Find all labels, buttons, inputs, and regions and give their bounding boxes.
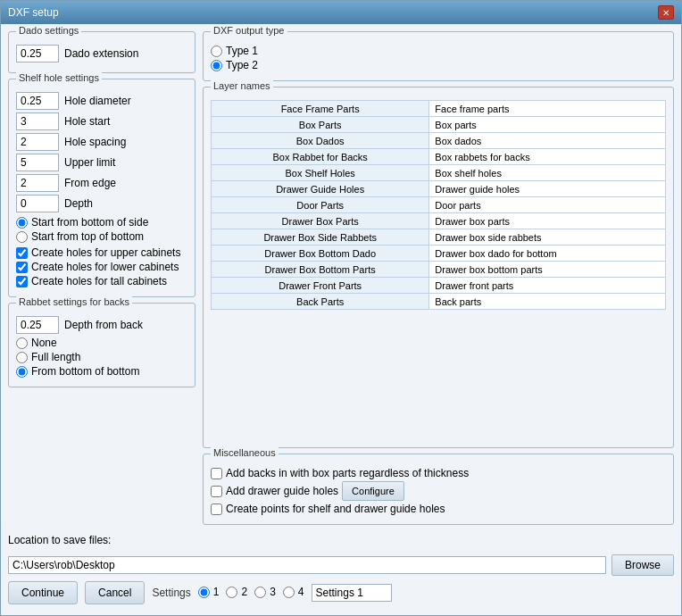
tall-cabinet-label: Create holes for tall cabinets (31, 275, 167, 287)
configure-button[interactable]: Configure (342, 481, 404, 501)
cancel-button[interactable]: Cancel (85, 581, 145, 604)
layer-value[interactable]: Box parts (429, 117, 666, 133)
diameter-label: Hole diameter (64, 95, 131, 107)
layer-value[interactable]: Drawer box side rabbets (429, 229, 666, 246)
rabbet-bottom-radio[interactable] (16, 366, 28, 378)
layer-value[interactable]: Drawer box parts (429, 213, 666, 229)
upper-limit-input[interactable] (16, 154, 59, 171)
layer-value[interactable]: Box shelf holes (429, 165, 666, 181)
settings-1-radio[interactable] (198, 587, 210, 598)
dado-group: Dado settings Dado extension (8, 31, 195, 73)
layer-names-title: Layer names (211, 80, 273, 91)
tall-cabinet-checkbox[interactable] (16, 276, 28, 287)
add-backs-label: Add backs in with box parts regardless o… (226, 467, 469, 479)
continue-button[interactable]: Continue (8, 581, 78, 604)
settings-2-radio[interactable] (226, 587, 237, 598)
layer-key: Box Rabbet for Backs (212, 149, 429, 165)
bottom-section: Location to save files: Browse Continue … (8, 530, 674, 608)
layer-row: Door PartsDoor parts (212, 197, 666, 213)
layer-value[interactable]: Drawer box bottom parts (429, 262, 666, 278)
settings-4-label: 4 (298, 586, 304, 598)
layer-key: Face Frame Parts (212, 101, 429, 117)
settings-1-row: 1 (198, 586, 220, 598)
main-window: DXF setup ✕ Dado settings Dado extension… (0, 0, 682, 616)
layer-value[interactable]: Back parts (429, 294, 666, 310)
type1-label: Type 1 (226, 45, 258, 57)
from-edge-row: From edge (16, 174, 187, 192)
rabbet-none-radio[interactable] (16, 337, 28, 349)
layer-key: Back Parts (212, 294, 429, 310)
diameter-input[interactable] (16, 92, 59, 110)
window-title: DXF setup (8, 6, 59, 19)
layer-key: Box Parts (212, 117, 429, 133)
upper-cabinet-checkbox[interactable] (16, 247, 28, 259)
depth-row: Depth (16, 195, 187, 212)
create-points-checkbox[interactable] (211, 504, 222, 515)
title-bar: DXF setup ✕ (1, 1, 681, 24)
save-location-label: Location to save files: (8, 534, 111, 546)
left-panel: Dado settings Dado extension Shelf hole … (8, 31, 195, 525)
layer-value[interactable]: Box dados (429, 133, 666, 149)
shelf-hole-group: Shelf hole settings Hole diameter Hole s… (8, 79, 195, 297)
upper-cabinet-label: Create holes for upper cabinets (31, 246, 180, 259)
settings-2-label: 2 (241, 586, 247, 598)
layer-key: Box Shelf Holes (212, 165, 429, 181)
hole-spacing-input[interactable] (16, 133, 59, 151)
rabbet-full-radio[interactable] (16, 352, 28, 363)
lower-cabinet-checkbox[interactable] (16, 262, 28, 273)
start-top-bottom-row: Start from top of bottom (16, 230, 187, 243)
type2-radio[interactable] (211, 60, 222, 71)
rabbet-bottom-label: From bottom of bottom (31, 365, 139, 378)
lower-cabinet-row: Create holes for lower cabinets (16, 261, 187, 273)
save-path-input[interactable] (8, 556, 606, 574)
layer-value[interactable]: Door parts (429, 197, 666, 213)
layer-key: Box Dados (212, 133, 429, 149)
layer-key: Drawer Box Bottom Parts (212, 262, 429, 278)
layer-row: Drawer Box Bottom PartsDrawer box bottom… (212, 262, 666, 278)
close-button[interactable]: ✕ (658, 5, 674, 20)
misc-title: Miscellaneous (211, 447, 279, 458)
rabbet-group-title: Rabbet settings for backs (16, 296, 132, 307)
rabbet-group: Rabbet settings for backs Depth from bac… (8, 303, 195, 387)
from-edge-label: From edge (64, 177, 116, 189)
add-backs-checkbox[interactable] (211, 468, 222, 479)
settings-1-label: 1 (213, 586, 220, 598)
dxf-output-group: DXF output type Type 1 Type 2 (203, 31, 674, 81)
window-content: Dado settings Dado extension Shelf hole … (1, 24, 681, 615)
rabbet-none-label: None (31, 337, 57, 349)
hole-start-input[interactable] (16, 112, 59, 130)
rabbet-depth-row: Depth from back (16, 316, 187, 334)
start-top-bottom-radio[interactable] (16, 231, 28, 243)
layer-key: Drawer Box Bottom Dado (212, 246, 429, 262)
diameter-row: Hole diameter (16, 92, 187, 110)
type1-radio[interactable] (211, 46, 222, 57)
layer-row: Drawer Front PartsDrawer front parts (212, 278, 666, 294)
settings-name-input[interactable] (312, 584, 392, 602)
start-top-bottom-label: Start from top of bottom (31, 230, 144, 243)
layer-names-group: Layer names Face Frame PartsFace frame p… (203, 87, 674, 448)
layer-value[interactable]: Face frame parts (429, 101, 666, 117)
layer-value[interactable]: Drawer front parts (429, 278, 666, 294)
type2-label: Type 2 (226, 59, 258, 71)
layer-value[interactable]: Box rabbets for backs (429, 149, 666, 165)
dado-extension-input[interactable] (16, 45, 59, 62)
settings-4-row: 4 (283, 586, 304, 598)
layer-value[interactable]: Drawer box dado for bottom (429, 246, 666, 262)
settings-3-radio[interactable] (254, 587, 266, 598)
add-backs-row: Add backs in with box parts regardless o… (211, 467, 666, 479)
rabbet-depth-input[interactable] (16, 316, 59, 334)
layer-row: Box Shelf HolesBox shelf holes (212, 165, 666, 181)
settings-4-radio[interactable] (283, 587, 295, 598)
layer-value[interactable]: Drawer guide holes (429, 181, 666, 197)
start-bottom-side-radio[interactable] (16, 217, 28, 229)
shelf-hole-group-title: Shelf hole settings (16, 72, 102, 83)
add-drawer-guide-checkbox[interactable] (211, 486, 222, 497)
tall-cabinet-row: Create holes for tall cabinets (16, 275, 187, 287)
depth-input[interactable] (16, 195, 59, 212)
layer-row: Box Rabbet for BacksBox rabbets for back… (212, 149, 666, 165)
layer-row: Drawer Guide HolesDrawer guide holes (212, 181, 666, 197)
layer-key: Drawer Box Parts (212, 213, 429, 229)
layer-row: Face Frame PartsFace frame parts (212, 101, 666, 117)
from-edge-input[interactable] (16, 174, 59, 192)
browse-button[interactable]: Browse (611, 554, 674, 576)
